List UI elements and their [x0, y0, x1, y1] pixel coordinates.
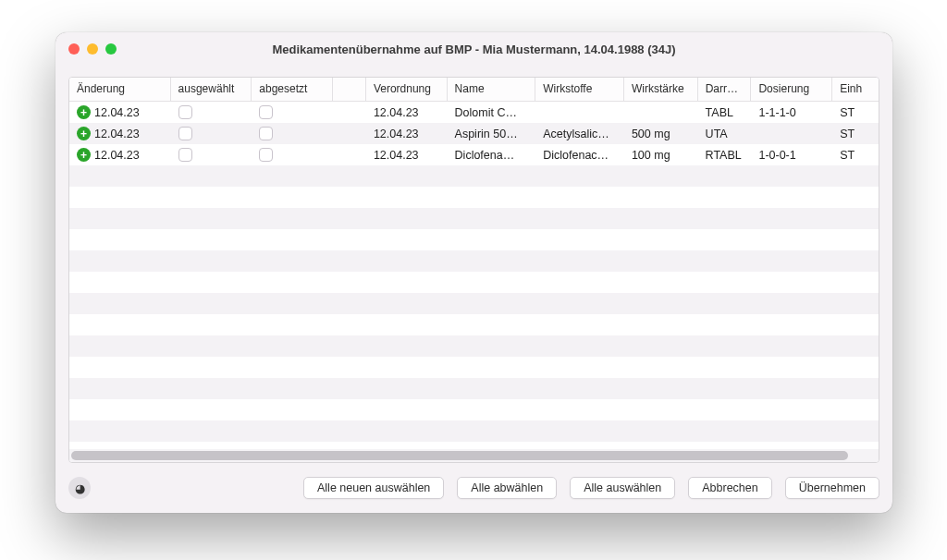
- column-header-wirkstaerke[interactable]: Wirkstärke: [624, 78, 698, 101]
- cell-wirkstaerke: 500 mg: [624, 123, 698, 144]
- cell-verordnung: 12.04.23: [366, 102, 448, 123]
- cell-dosierung: [751, 123, 832, 144]
- abgesetzt-checkbox[interactable]: [259, 127, 273, 140]
- table-row: [69, 208, 879, 229]
- cell-wirkstaerke: 100 mg: [624, 144, 698, 165]
- column-header-name[interactable]: Name: [448, 78, 536, 101]
- cell-spacer: [333, 123, 366, 144]
- column-header-einheit[interactable]: Einh: [832, 78, 879, 101]
- refresh-button[interactable]: ◕: [68, 477, 91, 499]
- plus-icon: [77, 105, 91, 119]
- cell-wirkstaerke: [624, 102, 698, 123]
- cell-spacer: [333, 102, 366, 123]
- column-header-aenderung[interactable]: Änderung: [69, 78, 171, 101]
- abgesetzt-checkbox[interactable]: [259, 105, 273, 119]
- cell-dosierung: 1-1-1-0: [751, 102, 832, 123]
- column-header-verordnung[interactable]: Verordnung: [366, 78, 448, 101]
- plus-icon: [77, 127, 91, 140]
- plus-icon: [77, 148, 91, 162]
- apply-button[interactable]: Übernehmen: [785, 477, 879, 499]
- column-header-spacer: [333, 78, 366, 101]
- table-row[interactable]: 12.04.2312.04.23Aspirin 50…Acetylsalic…5…: [69, 123, 879, 144]
- close-window-button[interactable]: [68, 43, 80, 55]
- abgesetzt-checkbox[interactable]: [259, 148, 273, 162]
- table-row: [69, 335, 879, 357]
- cell-einheit: ST: [832, 123, 879, 144]
- bottom-toolbar: ◕ Alle neuen auswählen Alle abwählen All…: [55, 463, 892, 513]
- cell-dosierung: 1-0-0-1: [751, 144, 832, 165]
- cell-aenderung: 12.04.23: [69, 102, 171, 123]
- cell-name: Dolomit C…: [448, 102, 536, 123]
- column-header-darreichung[interactable]: Darrei…: [698, 78, 752, 101]
- table-row: [69, 420, 879, 442]
- column-header-abgesetzt[interactable]: abgesetzt: [252, 78, 333, 101]
- cell-name: Diclofena…: [448, 144, 536, 165]
- table-row: [69, 272, 879, 293]
- select-all-new-button[interactable]: Alle neuen auswählen: [303, 477, 444, 499]
- cell-abgesetzt: [252, 144, 333, 165]
- window-title: Medikamentenübernahme auf BMP - Mia Must…: [272, 43, 675, 56]
- cell-name: Aspirin 50…: [448, 123, 536, 144]
- table-row: [69, 165, 879, 187]
- cell-wirkstoffe: Diclofenac…: [535, 144, 624, 165]
- aenderung-date: 12.04.23: [94, 106, 140, 119]
- cell-einheit: ST: [832, 144, 879, 165]
- maximize-window-button[interactable]: [105, 43, 117, 55]
- column-header-dosierung[interactable]: Dosierung: [751, 78, 832, 101]
- ausgewaehlt-checkbox[interactable]: [178, 127, 192, 140]
- table-row: [69, 399, 879, 420]
- table-row[interactable]: 12.04.2312.04.23Dolomit C…TABL1-1-1-0ST: [69, 102, 879, 123]
- titlebar: Medikamentenübernahme auf BMP - Mia Must…: [55, 32, 892, 67]
- table-row: [69, 357, 879, 378]
- table-row[interactable]: 12.04.2312.04.23Diclofena…Diclofenac…100…: [69, 144, 879, 165]
- cell-darreichung: TABL: [698, 102, 752, 123]
- table-row: [69, 314, 879, 335]
- traffic-lights: [68, 43, 117, 55]
- deselect-all-button[interactable]: Alle abwählen: [457, 477, 557, 499]
- ausgewaehlt-checkbox[interactable]: [178, 105, 192, 119]
- cell-wirkstoffe: Acetylsalic…: [535, 123, 624, 144]
- aenderung-date: 12.04.23: [94, 149, 140, 162]
- ausgewaehlt-checkbox[interactable]: [178, 148, 192, 162]
- aenderung-date: 12.04.23: [94, 128, 140, 140]
- table-body: 12.04.2312.04.23Dolomit C…TABL1-1-1-0ST1…: [69, 102, 879, 449]
- cell-wirkstoffe: [535, 102, 624, 123]
- cell-verordnung: 12.04.23: [366, 144, 448, 165]
- select-all-button[interactable]: Alle auswählen: [570, 477, 675, 499]
- table-row: [69, 187, 879, 208]
- table-header-row: Änderung ausgewählt abgesetzt Verordnung…: [69, 78, 879, 102]
- cell-aenderung: 12.04.23: [69, 123, 171, 144]
- cell-verordnung: 12.04.23: [366, 123, 448, 144]
- cell-einheit: ST: [832, 102, 879, 123]
- cell-abgesetzt: [252, 102, 333, 123]
- table-row: [69, 250, 879, 272]
- column-header-ausgewaehlt[interactable]: ausgewählt: [171, 78, 252, 101]
- cell-aenderung: 12.04.23: [69, 144, 171, 165]
- cell-darreichung: RTABL: [698, 144, 752, 165]
- horizontal-scrollbar[interactable]: [69, 449, 879, 462]
- refresh-icon: ◕: [75, 481, 85, 495]
- content-area: Änderung ausgewählt abgesetzt Verordnung…: [55, 67, 892, 463]
- cell-abgesetzt: [252, 123, 333, 144]
- table-row: [69, 229, 879, 250]
- cell-spacer: [333, 144, 366, 165]
- medication-table: Änderung ausgewählt abgesetzt Verordnung…: [68, 77, 879, 463]
- minimize-window-button[interactable]: [87, 43, 98, 55]
- table-row: [69, 378, 879, 399]
- cell-ausgewaehlt: [171, 102, 252, 123]
- cell-ausgewaehlt: [171, 144, 252, 165]
- cancel-button[interactable]: Abbrechen: [688, 477, 771, 499]
- cell-darreichung: UTA: [698, 123, 752, 144]
- horizontal-scrollbar-thumb[interactable]: [71, 451, 848, 460]
- column-header-wirkstoffe[interactable]: Wirkstoffe: [535, 78, 624, 101]
- table-row: [69, 293, 879, 314]
- cell-ausgewaehlt: [171, 123, 252, 144]
- app-window: Medikamentenübernahme auf BMP - Mia Must…: [55, 32, 892, 513]
